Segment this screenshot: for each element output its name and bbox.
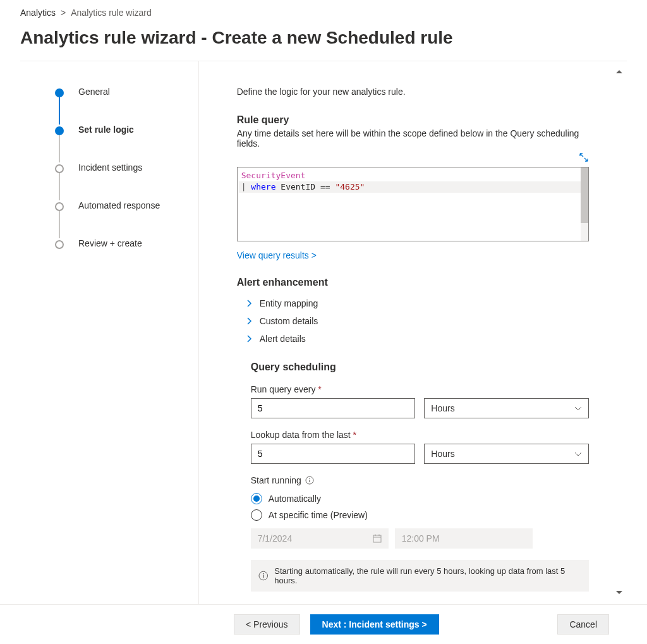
expander-label: Custom details [260, 316, 318, 326]
schedule-info-banner: Starting automatically, the rule will ru… [251, 560, 589, 592]
radio-label: Automatically [269, 494, 321, 504]
step-review-create[interactable]: Review + create [59, 238, 186, 248]
step-set-rule-logic[interactable]: Set rule logic [59, 125, 186, 162]
svg-point-8 [263, 573, 264, 574]
breadcrumb-sep-icon: > [61, 8, 66, 18]
query-where: where [251, 182, 275, 191]
time-value: 12:00 PM [402, 533, 440, 544]
svg-point-1 [309, 478, 310, 479]
breadcrumb: Analytics > Analytics rule wizard [0, 0, 647, 23]
rule-query-title: Rule query [237, 114, 589, 126]
svg-rect-3 [373, 535, 381, 542]
start-time-input: 12:00 PM [395, 528, 533, 549]
run-every-input[interactable] [251, 398, 416, 418]
radio-icon [251, 493, 262, 504]
query-table: SecurityEvent [241, 171, 306, 180]
query-field: EventID [281, 182, 315, 191]
expander-entity-mapping[interactable]: Entity mapping [237, 295, 589, 312]
start-running-label: Start running [251, 475, 301, 485]
cancel-button[interactable]: Cancel [557, 614, 609, 635]
query-op: == [320, 182, 330, 191]
step-label: Incident settings [78, 162, 142, 173]
radio-specific-time[interactable]: At specific time (Preview) [251, 509, 589, 521]
date-value: 7/1/2024 [258, 533, 293, 544]
chevron-down-icon [574, 404, 582, 412]
step-label: Review + create [78, 238, 142, 248]
content-scroll[interactable]: Define the logic for your new analytics … [199, 61, 627, 604]
lookup-label: Lookup data from the last * [251, 430, 589, 440]
view-query-results-link[interactable]: View query results > [237, 250, 317, 260]
radio-label: At specific time (Preview) [269, 510, 368, 520]
expander-custom-details[interactable]: Custom details [237, 312, 589, 330]
calendar-icon [373, 534, 382, 543]
breadcrumb-root[interactable]: Analytics [20, 8, 56, 18]
scroll-up-icon[interactable] [615, 68, 623, 78]
start-date-input: 7/1/2024 [251, 528, 389, 549]
radio-automatically[interactable]: Automatically [251, 493, 589, 504]
chevron-right-icon [246, 335, 253, 343]
step-general[interactable]: General [59, 87, 186, 125]
step-circle-todo-icon [55, 202, 64, 211]
step-circle-todo-icon [55, 164, 64, 173]
alert-enhancement-title: Alert enhancement [237, 277, 589, 288]
step-circle-todo-icon [55, 240, 64, 249]
query-scrollbar[interactable] [581, 167, 588, 241]
chevron-right-icon [246, 317, 253, 325]
step-label: Automated response [78, 200, 160, 210]
query-editor[interactable]: SecurityEvent | where EventID == "4625" [237, 167, 589, 241]
chevron-right-icon [246, 300, 253, 307]
lookup-input[interactable] [251, 444, 416, 464]
lookup-unit-select[interactable]: Hours [424, 444, 589, 464]
step-label: Set rule logic [78, 125, 134, 135]
svg-rect-2 [309, 480, 310, 482]
previous-button[interactable]: < Previous [234, 614, 300, 635]
expand-query-icon[interactable] [579, 152, 589, 164]
info-icon [258, 571, 269, 581]
run-every-label: Run query every * [251, 384, 589, 394]
page-title: Analytics rule wizard - Create a new Sch… [0, 23, 647, 61]
rule-query-sub: Any time details set here will be within… [237, 128, 589, 149]
step-circle-done-icon [55, 88, 64, 97]
select-value: Hours [431, 403, 454, 413]
expander-label: Alert details [260, 334, 306, 344]
step-label: General [78, 87, 110, 97]
step-circle-active-icon [55, 126, 64, 135]
chevron-down-icon [574, 450, 582, 458]
scroll-down-icon[interactable] [615, 588, 623, 598]
select-value: Hours [431, 449, 454, 459]
query-scheduling-title: Query scheduling [251, 361, 589, 373]
expander-label: Entity mapping [260, 298, 318, 308]
step-automated-response[interactable]: Automated response [59, 200, 186, 238]
query-value: "4625" [335, 182, 365, 191]
run-every-unit-select[interactable]: Hours [424, 398, 589, 418]
svg-rect-9 [263, 575, 263, 578]
breadcrumb-current: Analytics rule wizard [71, 8, 152, 18]
radio-icon [251, 509, 262, 521]
info-icon[interactable] [305, 476, 314, 485]
info-text: Starting automatically, the rule will ru… [274, 566, 581, 585]
expander-alert-details[interactable]: Alert details [237, 330, 589, 348]
intro-text: Define the logic for your new analytics … [237, 87, 589, 97]
wizard-stepper: General Set rule logic Incident settings… [20, 61, 199, 604]
wizard-footer: < Previous Next : Incident settings > Ca… [0, 604, 647, 644]
next-button[interactable]: Next : Incident settings > [310, 614, 439, 635]
step-incident-settings[interactable]: Incident settings [59, 162, 186, 200]
